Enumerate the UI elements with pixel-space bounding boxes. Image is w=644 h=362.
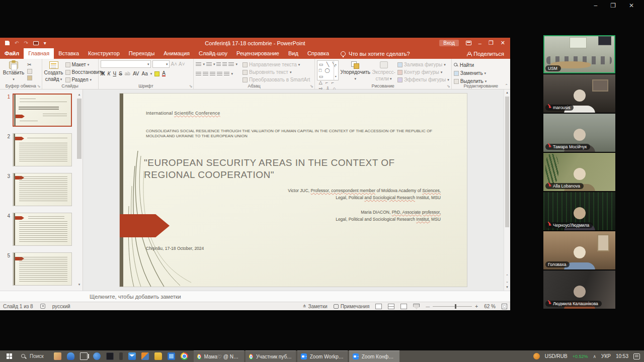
accessibility-icon[interactable] xyxy=(40,304,45,309)
grow-font-icon[interactable]: A˄ xyxy=(171,61,178,67)
quick-styles-button[interactable]: Экспресс- стили▾ xyxy=(372,60,395,82)
save-icon[interactable] xyxy=(5,41,10,45)
zoom-out-icon[interactable]: — xyxy=(426,304,430,309)
highlight-color-icon[interactable] xyxy=(154,71,159,76)
minimize-window-icon[interactable]: – xyxy=(594,2,597,9)
font-size-combobox[interactable]: ▾ xyxy=(152,60,170,68)
bold-button[interactable]: Ж xyxy=(101,71,105,76)
shapes-gallery[interactable]: ▭ ╲ ╲ □ ◯ ▭ △ ⌐ ⌐ ⇨ ⇩ ⌂ ✎ ↷ ∿ { } ☆ ▴▾ xyxy=(317,60,339,80)
bullets-icon[interactable] xyxy=(196,62,201,67)
decrease-indent-icon[interactable] xyxy=(216,62,221,67)
tab-review[interactable]: Рецензирование xyxy=(232,48,284,59)
tab-transitions[interactable]: Переходы xyxy=(124,48,159,59)
photos-app-icon[interactable] xyxy=(168,352,175,360)
tab-help[interactable]: Справка xyxy=(303,48,334,59)
change-case-button[interactable]: Aa xyxy=(142,71,148,76)
paint3d-app-icon[interactable] xyxy=(67,352,74,360)
shrink-font-icon[interactable]: A˅ xyxy=(179,61,185,67)
start-slideshow-icon[interactable] xyxy=(33,41,39,45)
language-indicator[interactable]: русский xyxy=(52,304,70,309)
taskbar-window-chrome-1[interactable]: Мама♡ @ Nazar[Ch... xyxy=(194,350,244,362)
video-tile-chernous[interactable]: Черноус/Людмила xyxy=(543,192,615,230)
currency-ticker[interactable]: USD/RUB xyxy=(545,353,568,359)
clipboard-dialog-launcher-icon[interactable]: ⇘ xyxy=(37,84,41,88)
paste-button[interactable]: Вставить ▾ xyxy=(2,60,25,82)
ribbon-display-options-icon[interactable] xyxy=(466,41,471,45)
video-tile-marousis[interactable]: marousis xyxy=(543,74,615,113)
media-app-icon[interactable] xyxy=(141,352,149,360)
slide-subtitle[interactable]: CONSOLIDATING SOCIAL RESILIENCE THROUGH … xyxy=(146,129,443,139)
zoom-slider[interactable]: — + xyxy=(426,304,478,309)
tab-slideshow[interactable]: Слайд-шоу xyxy=(194,48,232,59)
taskbar-window-zoom-meeting[interactable]: Zoom Конференция xyxy=(349,350,399,362)
slideshow-view-icon[interactable] xyxy=(413,304,420,309)
zoom-in-icon[interactable]: + xyxy=(475,304,478,309)
video-tile-usm[interactable]: USM xyxy=(543,35,615,73)
tab-animations[interactable]: Анимация xyxy=(159,48,194,59)
video-tile-alla[interactable]: Alla Lobanova xyxy=(543,153,615,191)
numbering-icon[interactable] xyxy=(206,62,212,67)
find-button[interactable]: Найти xyxy=(454,62,487,68)
align-right-icon[interactable] xyxy=(210,72,215,76)
chrome-icon[interactable] xyxy=(181,352,188,360)
drawing-dialog-launcher-icon[interactable]: ⇘ xyxy=(447,84,450,88)
new-slide-button[interactable]: Создать слайд▾ xyxy=(44,60,63,82)
thumbnail-slide-3[interactable]: 3 xyxy=(3,173,75,206)
epic-games-icon[interactable] xyxy=(106,352,114,360)
tell-me-box[interactable]: Что вы хотите сделать? xyxy=(341,48,410,59)
font-color-button[interactable]: A xyxy=(162,71,166,76)
telegram-app-icon[interactable] xyxy=(93,352,101,360)
undo-icon[interactable]: ↶ xyxy=(15,40,19,46)
line-spacing-icon[interactable] xyxy=(228,62,234,67)
ppt-restore-icon[interactable]: ❐ xyxy=(489,40,494,46)
columns-icon[interactable] xyxy=(224,72,229,76)
increase-indent-icon[interactable] xyxy=(222,62,227,67)
ppt-close-icon[interactable]: ✕ xyxy=(501,40,505,46)
align-text-button[interactable]: Выровнять текст▾ xyxy=(243,69,310,75)
cut-icon[interactable]: ✂ xyxy=(27,62,32,67)
tab-view[interactable]: Вид xyxy=(284,48,303,59)
taskbar-search[interactable]: Поиск xyxy=(19,353,50,359)
shape-effects-button[interactable]: Эффекты фигуры▾ xyxy=(397,77,449,83)
reading-view-icon[interactable] xyxy=(400,304,407,309)
task-view-icon[interactable] xyxy=(80,352,88,360)
collapse-ribbon-icon[interactable]: ⌃ xyxy=(505,83,508,88)
widgets-app-icon[interactable] xyxy=(54,352,61,360)
scroll-up-icon[interactable]: ▴ xyxy=(504,90,510,95)
align-left-icon[interactable] xyxy=(196,72,201,76)
thumbnail-scrollbar[interactable]: ▴ ▾ xyxy=(76,92,82,288)
start-button[interactable] xyxy=(0,350,19,362)
font-name-combobox[interactable]: ▾ xyxy=(101,60,151,68)
format-painter-icon[interactable] xyxy=(27,75,32,80)
tab-file[interactable]: Файл xyxy=(0,48,24,59)
thumbnail-slide-2[interactable]: 2 xyxy=(3,133,75,166)
comments-toggle-button[interactable]: Примечания xyxy=(334,304,370,309)
italic-button[interactable]: К xyxy=(108,71,111,76)
restore-window-icon[interactable]: ❐ xyxy=(610,2,616,9)
tab-home[interactable]: Главная xyxy=(24,48,54,59)
paragraph-dialog-launcher-icon[interactable]: ⇘ xyxy=(310,84,313,88)
taskbar-window-chrome-2[interactable]: Участник публикац... xyxy=(246,350,296,362)
normal-view-icon[interactable] xyxy=(375,304,382,309)
mail-app-icon[interactable] xyxy=(128,352,136,360)
fit-slide-to-window-icon[interactable] xyxy=(502,304,507,309)
slide-scrollbar[interactable]: ▴ ⌃ ⌄ ▾ xyxy=(504,89,510,291)
slide-canvas[interactable]: International Scientific Conference CONS… xyxy=(120,94,467,287)
shadow-button[interactable]: ab xyxy=(125,71,130,76)
thumbnail-slide-1[interactable]: 1 xyxy=(3,94,75,127)
thumbnail-slide-5[interactable]: 5 xyxy=(3,252,75,286)
shapes-scrollbar[interactable]: ▴▾ xyxy=(334,61,338,80)
font-dialog-launcher-icon[interactable]: ⇘ xyxy=(189,84,193,88)
slide-sorter-view-icon[interactable] xyxy=(388,304,394,309)
video-tile-tamara[interactable]: Тамара Мосійчук xyxy=(543,114,615,152)
text-direction-button[interactable]: Направление текста▾ xyxy=(243,62,310,68)
arrange-button[interactable]: Упорядочить ▾ xyxy=(341,60,370,82)
file-explorer-icon[interactable] xyxy=(154,352,162,360)
thumbnail-slide-4[interactable]: 4 xyxy=(3,213,75,246)
slide-authors[interactable]: Victor JUC, Professor, correspondent mem… xyxy=(288,187,441,223)
keyboard-language[interactable]: УКР xyxy=(601,353,611,359)
notification-center-icon[interactable] xyxy=(633,353,640,359)
video-tile-kalashnikova[interactable]: Людмила Калашнікова xyxy=(543,270,615,309)
tray-expand-icon[interactable]: ∧ xyxy=(593,354,597,359)
replace-button[interactable]: Заменить▾ xyxy=(454,70,487,76)
